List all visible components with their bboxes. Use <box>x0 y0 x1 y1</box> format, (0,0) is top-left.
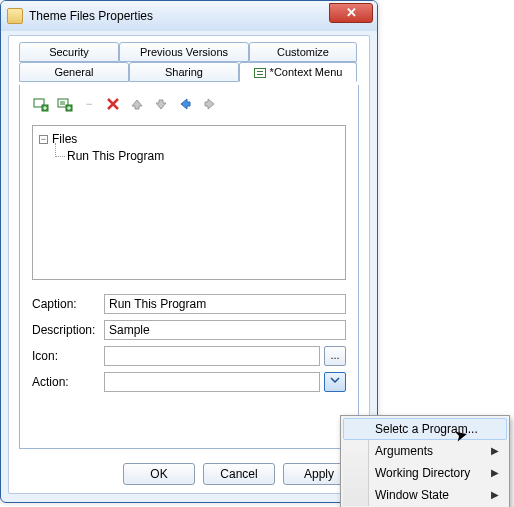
folder-icon <box>7 8 23 24</box>
menu-item-label: Working Directory <box>375 466 470 480</box>
forward-button[interactable] <box>200 95 218 113</box>
tab-panel: − − Files <box>19 85 359 449</box>
delete-button[interactable] <box>104 95 122 113</box>
description-input[interactable] <box>104 320 346 340</box>
tab-previous-versions[interactable]: Previous Versions <box>119 42 249 62</box>
menu-select-program[interactable]: Seletc a Program... <box>343 418 507 440</box>
action-input[interactable] <box>104 372 320 392</box>
remove-item-button[interactable]: − <box>80 95 98 113</box>
item-form: Caption: Description: Icon: ... Action: <box>20 288 358 392</box>
tab-sharing[interactable]: Sharing <box>129 62 239 82</box>
tree-item[interactable]: Run This Program <box>55 149 339 163</box>
move-up-button[interactable] <box>128 95 146 113</box>
tree-item-label: Run This Program <box>67 149 164 163</box>
items-tree[interactable]: − Files Run This Program <box>32 125 346 280</box>
icon-label: Icon: <box>32 349 104 363</box>
tab-customize[interactable]: Customize <box>249 42 357 62</box>
caption-input[interactable] <box>104 294 346 314</box>
properties-window: Theme Files Properties ✕ Security Previo… <box>0 0 378 503</box>
chevron-down-icon <box>330 375 340 385</box>
add-scope-button[interactable] <box>32 95 50 113</box>
client-area: Security Previous Versions Customize Gen… <box>8 35 370 494</box>
tab-general[interactable]: General <box>19 62 129 82</box>
expander-icon[interactable]: − <box>39 135 48 144</box>
menu-item-label: Seletc a Program... <box>375 422 478 436</box>
window-title: Theme Files Properties <box>29 9 153 23</box>
ok-button[interactable]: OK <box>123 463 195 485</box>
menu-window-state[interactable]: Window State ▶ <box>343 484 507 506</box>
submenu-arrow-icon: ▶ <box>491 440 499 462</box>
description-label: Description: <box>32 323 104 337</box>
menu-item-label: Window State <box>375 488 449 502</box>
caption-label: Caption: <box>32 297 104 311</box>
menu-item-label: Arguments <box>375 444 433 458</box>
back-button[interactable] <box>176 95 194 113</box>
menu-working-directory[interactable]: Working Directory ▶ <box>343 462 507 484</box>
action-label: Action: <box>32 375 104 389</box>
icon-input[interactable] <box>104 346 320 366</box>
context-menu-icon <box>254 68 266 78</box>
submenu-arrow-icon: ▶ <box>491 484 499 506</box>
toolbar: − <box>20 85 358 121</box>
add-item-button[interactable] <box>56 95 74 113</box>
browse-icon-button[interactable]: ... <box>324 346 346 366</box>
tab-strip: Security Previous Versions Customize Gen… <box>19 42 359 86</box>
action-popup-menu: Seletc a Program... Arguments ▶ Working … <box>340 415 510 507</box>
titlebar[interactable]: Theme Files Properties ✕ <box>1 1 377 31</box>
close-button[interactable]: ✕ <box>329 3 373 23</box>
cancel-button[interactable]: Cancel <box>203 463 275 485</box>
tab-context-menu[interactable]: *Context Menu <box>239 62 357 82</box>
tab-context-menu-label: *Context Menu <box>270 66 343 78</box>
tab-security[interactable]: Security <box>19 42 119 62</box>
action-dropdown-button[interactable] <box>324 372 346 392</box>
menu-arguments[interactable]: Arguments ▶ <box>343 440 507 462</box>
submenu-arrow-icon: ▶ <box>491 462 499 484</box>
dialog-buttons: OK Cancel Apply <box>9 463 369 485</box>
tree-root[interactable]: − Files <box>39 132 339 146</box>
move-down-button[interactable] <box>152 95 170 113</box>
